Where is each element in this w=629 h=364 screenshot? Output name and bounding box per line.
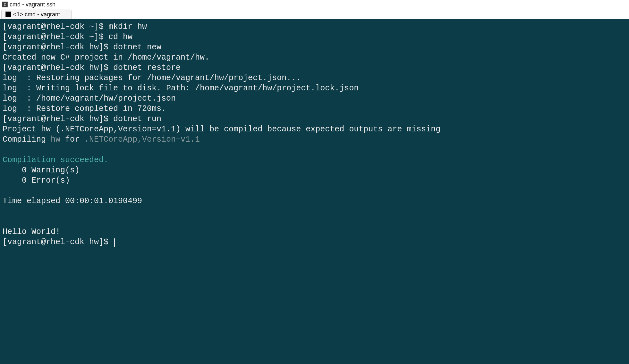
terminal-line: log : /home/vagrant/hw/project.json	[3, 94, 626, 104]
shell-prompt: [vagrant@rhel-cdk ~]$	[3, 22, 108, 31]
terminal-line: [vagrant@rhel-cdk hw]$ dotnet run	[3, 114, 626, 124]
app-icon: C	[2, 2, 8, 7]
shell-prompt: [vagrant@rhel-cdk hw]$	[3, 237, 113, 247]
shell-command: dotnet run	[113, 114, 161, 124]
terminal-line: Compilation succeeded.	[3, 155, 626, 165]
terminal-line: Time elapsed 00:00:01.0190499	[3, 196, 626, 206]
shell-command: cd hw	[108, 32, 132, 42]
shell-prompt: [vagrant@rhel-cdk hw]$	[3, 43, 113, 52]
terminal-line: [vagrant@rhel-cdk ~]$ cd hw	[3, 32, 626, 42]
shell-command: dotnet new	[113, 43, 161, 52]
terminal-line: Created new C# project in /home/vagrant/…	[3, 53, 626, 63]
terminal-line: [vagrant@rhel-cdk hw]$ dotnet new	[3, 42, 626, 53]
terminal-line: Compiling hw for .NETCoreApp,Version=v1.…	[3, 135, 626, 145]
terminal-line: Project hw (.NETCoreApp,Version=v1.1) wi…	[3, 124, 626, 135]
shell-command: dotnet restore	[113, 63, 181, 72]
tab-cmd[interactable]: <1> cmd - vagrant …	[1, 10, 72, 19]
compile-target: .NETCoreApp,Version=v1.1	[84, 135, 200, 144]
terminal-output[interactable]: [vagrant@rhel-cdk ~]$ mkdir hw[vagrant@r…	[0, 19, 629, 364]
shell-prompt: [vagrant@rhel-cdk ~]$	[3, 32, 108, 42]
compile-text: for	[60, 135, 84, 144]
terminal-line: log : Restore completed in 720ms.	[3, 104, 626, 114]
shell-prompt: [vagrant@rhel-cdk hw]$	[3, 114, 113, 124]
terminal-line: Hello World!	[3, 227, 626, 237]
terminal-line: log : Restoring packages for /home/vagra…	[3, 73, 626, 83]
terminal-line: [vagrant@rhel-cdk ~]$ mkdir hw	[3, 22, 626, 32]
terminal-line: [vagrant@rhel-cdk hw]$	[3, 237, 626, 247]
terminal-line: 0 Warning(s)	[3, 165, 626, 176]
window-titlebar: C cmd - vagrant ssh	[0, 0, 629, 9]
shell-prompt: [vagrant@rhel-cdk hw]$	[3, 63, 113, 72]
terminal-line: log : Writing lock file to disk. Path: /…	[3, 83, 626, 94]
window-title: cmd - vagrant ssh	[10, 1, 55, 8]
compile-project: hw	[51, 135, 60, 144]
tab-bar: <1> cmd - vagrant …	[0, 9, 629, 19]
tab-label: <1> cmd - vagrant …	[13, 11, 67, 18]
terminal-icon	[5, 12, 11, 17]
terminal-line	[3, 206, 626, 217]
cursor	[114, 238, 115, 247]
terminal-line: 0 Error(s)	[3, 176, 626, 186]
shell-command: mkdir hw	[108, 22, 147, 31]
success-message: Compilation succeeded.	[3, 155, 108, 165]
terminal-line: [vagrant@rhel-cdk hw]$ dotnet restore	[3, 63, 626, 73]
terminal-line	[3, 145, 626, 155]
terminal-line	[3, 217, 626, 227]
terminal-line	[3, 186, 626, 196]
compile-text: Compiling	[3, 135, 51, 144]
